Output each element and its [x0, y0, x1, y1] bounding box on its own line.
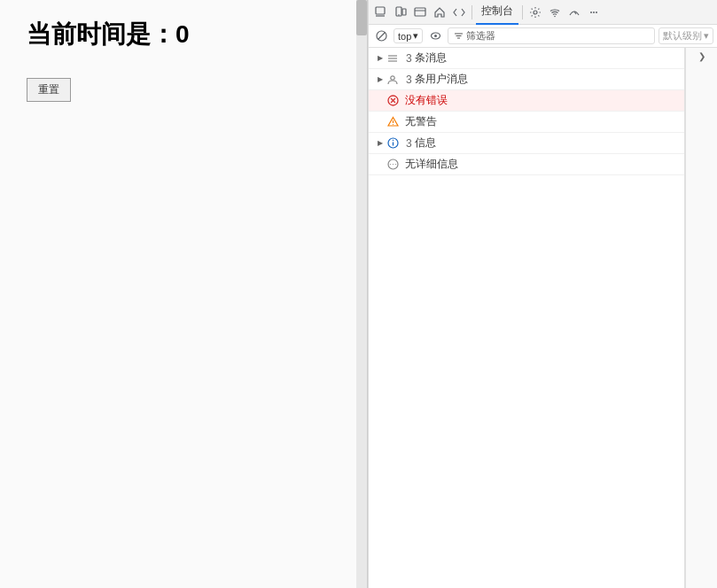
svg-point-10 — [590, 12, 592, 13]
no-errors-no-expand — [374, 95, 386, 107]
info-icon — [386, 137, 399, 150]
top-context-dropdown[interactable]: top ▾ — [394, 28, 423, 43]
toolbar-separator-2 — [522, 5, 523, 19]
inspect-icon[interactable] — [372, 4, 390, 21]
expand-messages-icon — [374, 52, 386, 65]
console-list: 3 条消息 3 条用户消息 — [369, 48, 685, 588]
default-level-arrow: ▾ — [704, 30, 709, 42]
main-panel: 当前时间是：0 重置 — [0, 0, 368, 588]
console-item-no-warnings[interactable]: 无警告 — [369, 112, 684, 133]
svg-point-35 — [394, 164, 395, 165]
svg-point-28 — [392, 124, 393, 125]
settings-icon[interactable] — [526, 4, 544, 21]
console-item-user-messages[interactable]: 3 条用户消息 — [369, 69, 684, 90]
elements-icon[interactable] — [411, 4, 429, 21]
no-errors-text: 没有错误 — [402, 93, 679, 108]
user-messages-text: 条用户消息 — [412, 72, 679, 87]
top-context-arrow: ▾ — [413, 30, 418, 42]
console-item-messages[interactable]: 3 条消息 — [369, 48, 684, 69]
warning-icon — [386, 116, 399, 128]
page-title: 当前时间是：0 — [27, 18, 340, 51]
toolbar-separator-1 — [472, 5, 472, 19]
console-detail-panel: ❯ — [685, 48, 717, 588]
console-item-no-errors[interactable]: 没有错误 — [369, 90, 684, 112]
console-toolbar: top ▾ 筛选器 默认级别 ▾ — [369, 25, 717, 48]
svg-point-7 — [534, 11, 537, 14]
no-warnings-text: 无警告 — [402, 114, 679, 129]
filter-input-box[interactable]: 筛选器 — [448, 27, 655, 44]
default-level-dropdown[interactable]: 默认级别 ▾ — [659, 27, 713, 44]
device-icon[interactable] — [392, 4, 409, 21]
wifi-icon[interactable] — [546, 4, 564, 21]
no-verbose-text: 无详细信息 — [402, 157, 679, 172]
filter-icon — [454, 31, 464, 41]
svg-rect-0 — [376, 7, 385, 14]
svg-point-12 — [596, 12, 597, 13]
console-tab[interactable]: 控制台 — [476, 0, 518, 25]
messages-count: 3 — [406, 52, 412, 65]
error-icon — [386, 95, 399, 107]
svg-point-31 — [392, 140, 393, 141]
top-context-label: top — [398, 31, 411, 42]
console-item-no-verbose[interactable]: 无详细信息 — [369, 154, 684, 175]
scrollbar-thumb[interactable] — [356, 0, 367, 35]
expand-info-icon — [374, 137, 386, 150]
svg-rect-5 — [415, 8, 425, 16]
show-console-sidebar-icon[interactable] — [426, 27, 444, 45]
console-content: 3 条消息 3 条用户消息 — [369, 48, 717, 588]
svg-point-23 — [391, 75, 394, 79]
reset-button[interactable]: 重置 — [27, 78, 71, 102]
svg-point-16 — [434, 35, 437, 37]
messages-text: 条消息 — [412, 50, 679, 66]
user-messages-icon — [386, 74, 399, 86]
no-warnings-no-expand — [374, 116, 386, 128]
devtools-panel: 控制台 — [368, 0, 717, 588]
svg-point-34 — [392, 164, 393, 165]
default-level-label: 默认级别 — [663, 29, 702, 43]
messages-icon — [386, 52, 399, 65]
filter-label: 筛选器 — [466, 29, 495, 43]
scrollbar-track — [356, 0, 367, 588]
performance-icon[interactable] — [565, 4, 583, 21]
console-item-info[interactable]: 3 信息 — [369, 133, 684, 154]
more-tools-icon[interactable] — [585, 4, 603, 21]
svg-point-33 — [389, 164, 390, 165]
svg-rect-3 — [402, 9, 406, 15]
svg-point-11 — [593, 12, 595, 13]
verbose-icon — [386, 159, 399, 171]
user-messages-count: 3 — [406, 74, 412, 86]
home-icon[interactable] — [431, 4, 448, 21]
svg-line-14 — [378, 33, 385, 40]
info-text: 信息 — [412, 135, 679, 151]
clear-console-icon[interactable] — [372, 27, 390, 45]
detail-expand-arrow[interactable]: ❯ — [698, 51, 705, 61]
svg-point-8 — [554, 15, 556, 17]
code-icon[interactable] — [450, 4, 468, 21]
expand-user-messages-icon — [374, 74, 386, 86]
devtools-toolbar: 控制台 — [369, 0, 717, 25]
main-content: 当前时间是：0 重置 — [0, 0, 367, 120]
info-count: 3 — [406, 137, 412, 150]
no-verbose-no-expand — [374, 159, 386, 171]
